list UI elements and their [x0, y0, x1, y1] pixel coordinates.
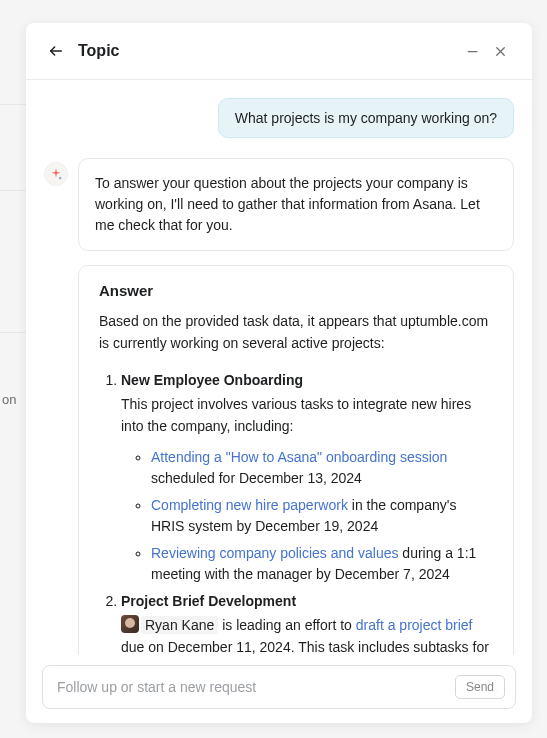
- panel-header: Topic: [26, 23, 532, 80]
- user-avatar: [121, 615, 139, 633]
- project-desc: This project involves various tasks to i…: [121, 394, 493, 437]
- composer-input[interactable]: [57, 679, 455, 695]
- task-link[interactable]: Completing new hire paperwork: [151, 497, 348, 513]
- answer-heading: Answer: [99, 282, 493, 299]
- arrow-left-icon: [48, 43, 64, 59]
- project-item: Project Brief Development Ryan Kane is l…: [121, 591, 493, 655]
- composer-input-row: Send: [42, 665, 516, 709]
- close-icon: [493, 44, 508, 59]
- project-item: New Employee Onboarding This project inv…: [121, 370, 493, 585]
- back-button[interactable]: [44, 39, 68, 63]
- panel-title: Topic: [78, 42, 119, 60]
- text-segment: due on December 11, 2024. This task incl…: [121, 639, 489, 655]
- project-desc: Ryan Kane is leading an effort to draft …: [121, 615, 493, 655]
- conversation-scroll[interactable]: What projects is my company working on? …: [26, 80, 532, 655]
- background-text: on: [2, 392, 16, 407]
- assistant-intro-card: To answer your question about the projec…: [78, 158, 514, 251]
- chat-panel: Topic What projects is my company workin…: [26, 23, 532, 723]
- answer-card: Answer Based on the provided task data, …: [78, 265, 514, 655]
- subtask-item: Reviewing company policies and values du…: [151, 543, 493, 585]
- task-link[interactable]: Reviewing company policies and values: [151, 545, 398, 561]
- task-link[interactable]: Attending a "How to Asana" onboarding se…: [151, 449, 447, 465]
- user-message-row: What projects is my company working on?: [44, 98, 514, 138]
- subtask-item: Attending a "How to Asana" onboarding se…: [151, 447, 493, 489]
- user-name-chip[interactable]: Ryan Kane: [141, 616, 218, 634]
- minus-icon: [465, 44, 480, 59]
- text-segment: is leading an effort to: [218, 617, 356, 633]
- project-name: New Employee Onboarding: [121, 372, 303, 388]
- subtask-list: Attending a "How to Asana" onboarding se…: [151, 447, 493, 585]
- answer-intro: Based on the provided task data, it appe…: [99, 311, 493, 354]
- task-tail: scheduled for December 13, 2024: [151, 470, 362, 486]
- project-list: New Employee Onboarding This project inv…: [121, 370, 493, 655]
- assistant-message-row: To answer your question about the projec…: [44, 158, 514, 251]
- subtask-item: Completing new hire paperwork in the com…: [151, 495, 493, 537]
- send-button[interactable]: Send: [455, 675, 505, 699]
- project-name: Project Brief Development: [121, 593, 296, 609]
- minimize-button[interactable]: [458, 37, 486, 65]
- task-link[interactable]: draft a project brief: [356, 617, 473, 633]
- assistant-avatar: [44, 162, 68, 186]
- close-button[interactable]: [486, 37, 514, 65]
- sparkle-icon: [49, 167, 63, 181]
- user-message-bubble: What projects is my company working on?: [218, 98, 514, 138]
- composer: Send: [26, 655, 532, 723]
